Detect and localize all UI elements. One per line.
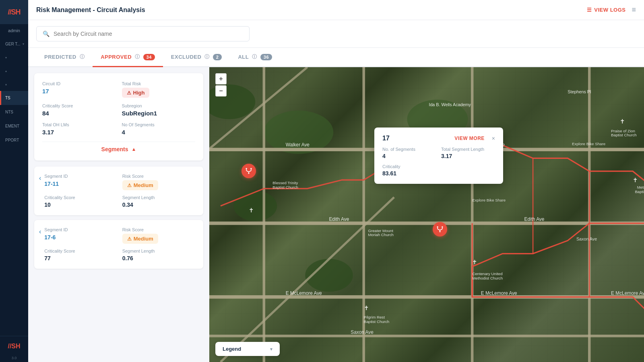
circuit-id-field: Circuit ID 17: [42, 81, 116, 98]
info-icon-all[interactable]: ⓘ: [252, 53, 257, 60]
popup-view-more-button[interactable]: VIEW MORE: [454, 136, 485, 141]
svg-point-2: [264, 111, 333, 154]
hamburger-menu-icon[interactable]: ≡: [632, 6, 636, 14]
sidebar-item-3[interactable]: ▴: [0, 64, 28, 78]
segment-1-top-grid: Segment ID 17-11 Risk Score ⚠ Medium: [44, 174, 196, 190]
chevron-down-icon: ▾: [5, 56, 7, 60]
circuit-card-mid-grid: Criticality Score 84 Subregion SubRegion…: [42, 103, 195, 117]
svg-text:Baptist Church: Baptist Church: [611, 133, 637, 137]
sidebar-version: 3.0: [12, 356, 17, 362]
subregion-field: Subregion SubRegion1: [122, 103, 196, 117]
header: Risk Management - Circuit Analysis ☰ VIE…: [28, 0, 644, 20]
svg-rect-0: [209, 67, 644, 362]
svg-text:Saxon Ave: Saxon Ave: [576, 237, 597, 241]
sidebar-item-nts[interactable]: NTS: [0, 105, 28, 119]
list-icon: ☰: [587, 7, 592, 13]
sidebar-logo: //SH: [0, 0, 28, 24]
popup-header: 17 VIEW MORE ×: [382, 135, 495, 142]
segments-chevron-icon[interactable]: ▲: [132, 146, 136, 152]
warning-icon: ⚠: [127, 183, 132, 188]
svg-text:Explore Bike Share: Explore Bike Share: [472, 198, 506, 202]
search-input[interactable]: [54, 31, 243, 37]
popup-total-segment-length: Total Segment Length 3.17: [441, 147, 495, 159]
tab-all[interactable]: ALL ⓘ 36: [230, 48, 280, 67]
svg-text:Edith Ave: Edith Ave: [524, 216, 545, 222]
info-icon-approved[interactable]: ⓘ: [135, 53, 140, 60]
svg-line-15: [221, 197, 394, 362]
zoom-out-button[interactable]: −: [215, 85, 227, 97]
segment-1-bottom-grid: Criticality Score 10 Segment Length 0.34: [44, 195, 196, 208]
popup-criticality: Criticality 83.61: [382, 164, 436, 177]
map-legend[interactable]: Legend ▾: [215, 342, 280, 356]
circuit-id-link[interactable]: 17: [42, 88, 49, 95]
sidebar-item-ger[interactable]: GER T... ▾: [0, 37, 28, 51]
svg-point-61: [439, 231, 440, 232]
svg-line-56: [246, 171, 249, 172]
svg-point-53: [248, 173, 249, 174]
tab-predicted[interactable]: PREDICTED ⓘ: [36, 48, 93, 67]
svg-text:Baptist Church: Baptist Church: [364, 319, 390, 324]
warning-icon: ⚠: [127, 236, 132, 242]
svg-text:Ida B. Wells Academy: Ida B. Wells Academy: [429, 102, 471, 107]
segment-card-1: ‹ Segment ID 17-11 Risk Score ⚠ Medium: [34, 167, 203, 215]
high-risk-badge: ⚠ High: [122, 88, 150, 98]
total-risk-field: Total Risk ⚠ High: [122, 81, 196, 98]
sidebar-item-pport[interactable]: PPORT: [0, 133, 28, 147]
svg-point-5: [305, 259, 353, 292]
svg-text:E McLemore Ave: E McLemore Ave: [611, 290, 644, 296]
map-satellite: Walker Ave Walker Ave Edith Ave Edith Av…: [209, 67, 644, 362]
sidebar-item-ts[interactable]: TS: [0, 91, 28, 105]
svg-text:Greater Mount: Greater Mount: [368, 228, 393, 233]
segment-1-content: Segment ID 17-11 Risk Score ⚠ Medium: [44, 174, 196, 208]
segment-1-id-field: Segment ID 17-11: [44, 174, 118, 190]
segments-title[interactable]: Segments: [101, 146, 128, 152]
info-icon-excluded[interactable]: ⓘ: [204, 53, 210, 60]
svg-text:Walker Ave: Walker Ave: [286, 142, 310, 148]
sidebar-item-ement[interactable]: EMENT: [0, 119, 28, 133]
tab-approved[interactable]: APPROVED ⓘ 34: [93, 48, 163, 67]
sidebar-item-4[interactable]: ▴: [0, 78, 28, 91]
excluded-badge: 2: [213, 54, 222, 60]
segment-1-id-link[interactable]: 17-11: [44, 181, 59, 187]
left-panel: Circuit ID 17 Total Risk ⚠ High Critical…: [28, 67, 209, 362]
header-actions: ☰ VIEW LOGS ≡: [587, 6, 636, 14]
svg-text:✝: ✝: [364, 304, 369, 311]
svg-point-51: [246, 168, 247, 169]
svg-text:Baptist Church: Baptist Church: [635, 189, 644, 194]
svg-text:Centenary United: Centenary United: [472, 272, 502, 276]
view-logs-button[interactable]: ☰ VIEW LOGS: [587, 7, 626, 13]
svg-text:Blessed Trinity: Blessed Trinity: [272, 181, 298, 185]
circuit-card-top-grid: Circuit ID 17 Total Risk ⚠ High: [42, 81, 195, 98]
chevron-up-icon: ▴: [5, 82, 7, 86]
tab-excluded[interactable]: EXCLUDED ⓘ 2: [163, 48, 230, 67]
segment-2-id-link[interactable]: 17-6: [44, 234, 56, 241]
tabs-section: PREDICTED ⓘ APPROVED ⓘ 34 EXCLUDED ⓘ 2 A…: [28, 48, 644, 67]
warning-icon: ⚠: [127, 90, 131, 96]
segment-1-chevron-left-icon[interactable]: ‹: [39, 175, 41, 182]
svg-text:E McLemore Ave: E McLemore Ave: [286, 290, 322, 296]
svg-text:Baptist Church: Baptist Church: [272, 185, 298, 189]
page-title: Risk Management - Circuit Analysis: [36, 6, 145, 14]
criticality-score-field: Criticality Score 84: [42, 103, 116, 117]
svg-text:Moriah Church: Moriah Church: [368, 232, 394, 237]
content-area: Circuit ID 17 Total Risk ⚠ High Critical…: [28, 67, 644, 362]
zoom-in-button[interactable]: +: [215, 73, 227, 84]
map-area[interactable]: Walker Ave Walker Ave Edith Ave Edith Av…: [209, 67, 644, 362]
info-icon-predicted[interactable]: ⓘ: [80, 53, 85, 60]
circuit-marker-2-icon: [436, 225, 444, 233]
popup-grid: No. of Segments 4 Total Segment Length 3…: [382, 147, 495, 177]
map-popup: 17 VIEW MORE × No. of Segments 4 Total S…: [374, 128, 503, 184]
segment-2-chevron-left-icon[interactable]: ‹: [39, 228, 41, 235]
sidebar-item-2[interactable]: ▾: [0, 51, 28, 64]
segment-1-risk-badge: ⚠ Medium: [122, 180, 158, 190]
sidebar-user-label: admin: [8, 24, 20, 37]
segments-header: Segments ▲: [42, 142, 195, 152]
svg-point-60: [442, 226, 443, 228]
main-content: Risk Management - Circuit Analysis ☰ VIE…: [28, 0, 644, 362]
segment-2-id-field: Segment ID 17-6: [44, 227, 118, 244]
svg-line-65: [440, 229, 442, 230]
map-marker-2[interactable]: [433, 222, 447, 237]
popup-close-button[interactable]: ×: [492, 135, 495, 142]
svg-text:Metropolitan: Metropolitan: [637, 185, 644, 189]
map-marker-1[interactable]: [242, 164, 256, 178]
